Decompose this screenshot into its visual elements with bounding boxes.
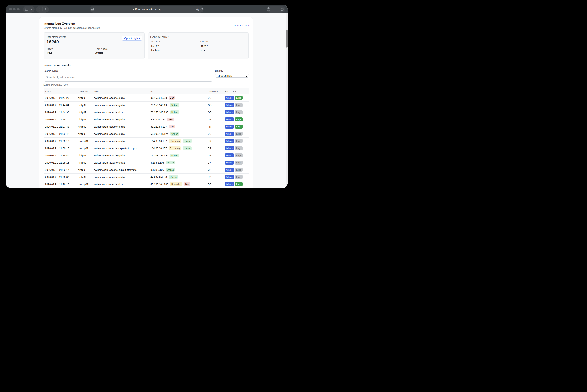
- svg-text:文: 文: [198, 8, 199, 10]
